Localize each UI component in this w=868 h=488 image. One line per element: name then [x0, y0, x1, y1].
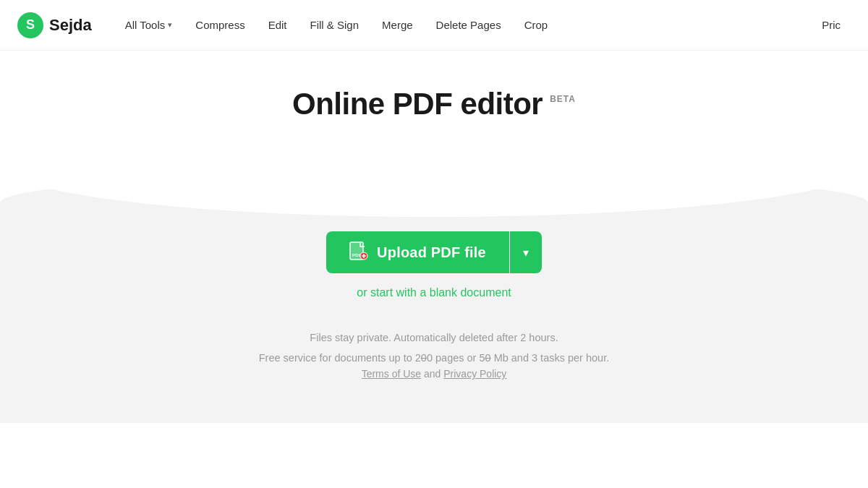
terms-and: and	[421, 368, 443, 380]
hero-title: Online PDF editor	[292, 87, 542, 121]
nav-crop[interactable]: Crop	[514, 13, 558, 37]
upload-button-label: Upload PDF file	[377, 244, 486, 261]
upload-button-main[interactable]: PDF Upload PDF file	[326, 231, 509, 273]
nav-delete-pages[interactable]: Delete Pages	[426, 13, 511, 37]
logo-link[interactable]: S Sejda	[17, 12, 92, 38]
gray-section: PDF Upload PDF file ▾ or start with a bl…	[0, 174, 868, 423]
nav-right: Pric	[812, 13, 851, 37]
crop-label: Crop	[524, 19, 548, 31]
privacy-text: Files stay private. Automatically delete…	[259, 328, 609, 368]
pdf-file-icon: PDF	[349, 241, 368, 263]
merge-label: Merge	[382, 19, 413, 31]
privacy-line1: Files stay private. Automatically delete…	[259, 328, 609, 348]
delete-pages-label: Delete Pages	[436, 19, 501, 31]
strikethrough-2: 0	[485, 352, 491, 364]
header: S Sejda All Tools ▾ Compress Edit Fill &…	[0, 0, 868, 51]
beta-badge: BETA	[550, 94, 576, 104]
upload-dropdown-button[interactable]: ▾	[510, 231, 542, 273]
fill-sign-label: Fill & Sign	[310, 19, 359, 31]
privacy-line2: Free service for documents up to 200 pag…	[259, 348, 609, 369]
terms-of-use-link[interactable]: Terms of Use	[362, 368, 421, 380]
privacy-policy-link[interactable]: Privacy Policy	[443, 368, 506, 380]
logo-letter: S	[26, 17, 35, 33]
nav-compress[interactable]: Compress	[185, 13, 255, 37]
edit-label: Edit	[268, 19, 287, 31]
hero-title-area: Online PDF editor BETA	[292, 87, 576, 121]
main-nav: All Tools ▾ Compress Edit Fill & Sign Me…	[115, 13, 812, 37]
logo-text: Sejda	[49, 16, 92, 35]
all-tools-chevron: ▾	[168, 20, 172, 30]
nav-merge[interactable]: Merge	[372, 13, 423, 37]
terms-line: Terms of Use and Privacy Policy	[362, 368, 507, 380]
nav-pricing[interactable]: Pric	[812, 13, 851, 37]
all-tools-label: All Tools	[125, 19, 166, 31]
nav-all-tools[interactable]: All Tools ▾	[115, 13, 183, 37]
compress-label: Compress	[195, 19, 244, 31]
nav-fill-sign[interactable]: Fill & Sign	[300, 13, 370, 37]
blank-doc-link[interactable]: or start with a blank document	[357, 286, 511, 299]
upload-button-wrapper: PDF Upload PDF file ▾	[326, 231, 542, 273]
nav-edit[interactable]: Edit	[258, 13, 297, 37]
logo-icon: S	[17, 12, 43, 38]
dropdown-chevron-icon: ▾	[523, 246, 529, 260]
main-content: Online PDF editor BETA Edit PDF files fo…	[0, 51, 868, 423]
strikethrough-1: 0	[421, 352, 427, 364]
